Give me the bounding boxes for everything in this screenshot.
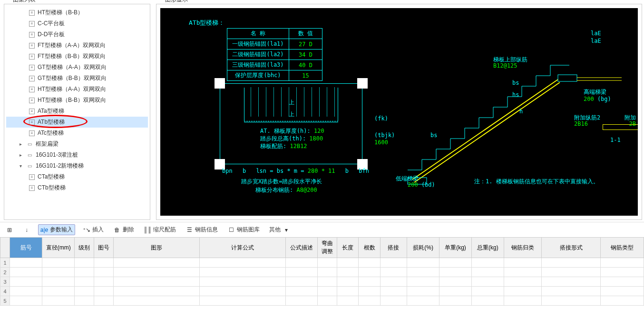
grid-cell[interactable]: [42, 296, 75, 306]
grid-cell[interactable]: [337, 296, 359, 306]
grid-cell[interactable]: [285, 277, 318, 287]
grid-header[interactable]: 钢筋类型: [601, 238, 644, 258]
grid-header[interactable]: 筋号: [10, 238, 42, 258]
grid-header[interactable]: 损耗(%): [407, 238, 439, 258]
grid-cell[interactable]: [75, 287, 94, 296]
grid-cell[interactable]: [75, 268, 94, 277]
grid-cell[interactable]: [10, 296, 42, 306]
grid-header[interactable]: 计算公式: [199, 238, 285, 258]
grid-cell[interactable]: [318, 277, 337, 287]
delete-button[interactable]: 🗑删除: [111, 225, 136, 235]
grid-cell[interactable]: [471, 287, 504, 296]
grid-cell[interactable]: [601, 287, 644, 296]
grid-cell[interactable]: [285, 268, 318, 277]
grid-cell[interactable]: [504, 258, 541, 268]
grid-header[interactable]: 根数: [359, 238, 380, 258]
grid-cell[interactable]: [199, 277, 285, 287]
grid-cell[interactable]: [113, 296, 199, 306]
grid-cell[interactable]: [113, 277, 199, 287]
grid-cell[interactable]: [94, 296, 113, 306]
grid-cell[interactable]: [407, 287, 439, 296]
grid-header[interactable]: 弯曲调整: [318, 238, 337, 258]
scale-rebar-button[interactable]: ║║缩尺配筋: [142, 225, 178, 235]
grid-cell[interactable]: [285, 258, 318, 268]
grid-header[interactable]: 钢筋归类: [504, 238, 541, 258]
tree-item[interactable]: ≡ATc型楼梯: [6, 128, 148, 139]
grid-cell[interactable]: [359, 296, 380, 306]
grid-cell[interactable]: [75, 258, 94, 268]
tree-item[interactable]: ≡HT型楼梯（B-B）双网双向: [6, 95, 148, 106]
grid-cell[interactable]: [113, 258, 199, 268]
grid-cell[interactable]: [380, 287, 407, 296]
grid-cell[interactable]: [504, 287, 541, 296]
tree-item[interactable]: ≡GT型楼梯（A-A）双网双向: [6, 62, 148, 73]
grid-cell[interactable]: [542, 268, 601, 277]
grid-cell[interactable]: [94, 287, 113, 296]
grid-cell[interactable]: [542, 277, 601, 287]
grid-cell[interactable]: [471, 277, 504, 287]
tree-item[interactable]: ≡FT型楼梯（A-A）双网双向: [6, 40, 148, 51]
arrow-down-button[interactable]: ↓: [21, 225, 32, 235]
grid-cell[interactable]: [380, 277, 407, 287]
param-input-button[interactable]: a|e参数输入: [38, 224, 75, 235]
tree-item[interactable]: ≡C-C平台板: [6, 18, 148, 29]
grid-cell[interactable]: [113, 268, 199, 277]
grid-header[interactable]: 级别: [75, 238, 94, 258]
grid-cell[interactable]: [94, 268, 113, 277]
grid-cell[interactable]: [75, 296, 94, 306]
grid-cell[interactable]: [380, 258, 407, 268]
tree-item[interactable]: ≡ATb型楼梯: [6, 117, 148, 128]
grid-cell[interactable]: [199, 268, 285, 277]
grid-cell[interactable]: [42, 268, 75, 277]
grid-cell[interactable]: [318, 258, 337, 268]
grid-header[interactable]: 单重(kg): [439, 238, 472, 258]
tree-item[interactable]: ▸▭16G101-3灌注桩: [6, 150, 148, 160]
grid-header[interactable]: 图号: [94, 238, 113, 258]
grid-cell[interactable]: [318, 287, 337, 296]
grid-cell[interactable]: [10, 287, 42, 296]
grid-cell[interactable]: [601, 296, 644, 306]
grid-cell[interactable]: [439, 277, 472, 287]
grid-cell[interactable]: [113, 287, 199, 296]
grid-header[interactable]: 图形: [113, 238, 199, 258]
grid-cell[interactable]: [504, 277, 541, 287]
tree-item[interactable]: ≡HT型楼梯（A-A）双网双向: [6, 84, 148, 95]
grid-cell[interactable]: [199, 287, 285, 296]
grid-cell[interactable]: [542, 296, 601, 306]
grid-cell[interactable]: [359, 277, 380, 287]
grid-cell[interactable]: [10, 268, 42, 277]
rebar-grid[interactable]: 筋号直径(mm)级别图号图形计算公式公式描述弯曲调整长度根数搭接损耗(%)单重(…: [0, 237, 644, 306]
grid-cell[interactable]: [199, 258, 285, 268]
grid-cell[interactable]: [337, 268, 359, 277]
grid-header[interactable]: 搭接: [380, 238, 407, 258]
tree-item[interactable]: ≡ATa型楼梯: [6, 106, 148, 117]
expand-button[interactable]: ⊞: [4, 225, 15, 235]
grid-cell[interactable]: [439, 287, 472, 296]
grid-cell[interactable]: [504, 268, 541, 277]
grid-cell[interactable]: [359, 287, 380, 296]
grid-cell[interactable]: [542, 258, 601, 268]
grid-cell[interactable]: [542, 287, 601, 296]
grid-cell[interactable]: [318, 296, 337, 306]
tree-item[interactable]: ▾▭16G101-2新增楼梯: [6, 160, 148, 171]
grid-header[interactable]: 直径(mm): [42, 238, 75, 258]
grid-cell[interactable]: [407, 277, 439, 287]
other-dropdown[interactable]: 其他▾: [267, 225, 292, 235]
grid-cell[interactable]: [359, 258, 380, 268]
tree-item[interactable]: ≡GT型楼梯（B-B）双网双向: [6, 73, 148, 84]
grid-cell[interactable]: [285, 287, 318, 296]
grid-cell[interactable]: [359, 268, 380, 277]
grid-cell[interactable]: [407, 268, 439, 277]
grid-cell[interactable]: [337, 258, 359, 268]
tree-item[interactable]: ≡CTb型楼梯: [6, 182, 148, 193]
grid-cell[interactable]: [471, 268, 504, 277]
grid-header[interactable]: 公式描述: [285, 238, 318, 258]
grid-cell[interactable]: [504, 296, 541, 306]
grid-cell[interactable]: [471, 296, 504, 306]
grid-cell[interactable]: [601, 258, 644, 268]
grid-cell[interactable]: [42, 287, 75, 296]
tree-item[interactable]: ≡D-D平台板: [6, 29, 148, 40]
grid-cell[interactable]: [318, 268, 337, 277]
grid-header[interactable]: 长度: [337, 238, 359, 258]
grid-cell[interactable]: [94, 277, 113, 287]
